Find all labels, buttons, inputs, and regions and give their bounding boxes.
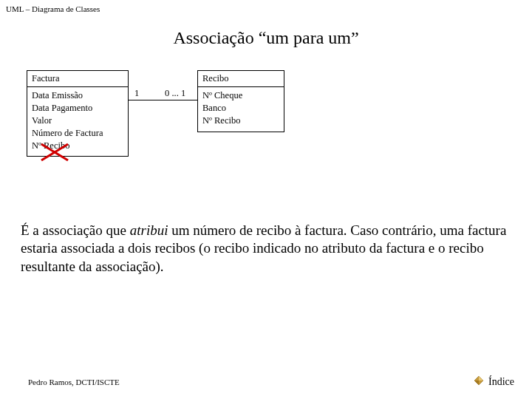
class-recibo-name: Recibo bbox=[198, 71, 284, 87]
explanation-paragraph: É a associação que atribui um número de … bbox=[21, 222, 511, 276]
class-factura-name: Factura bbox=[27, 71, 128, 87]
footer: Pedro Ramos, DCTI/ISCTE Índice bbox=[0, 375, 532, 389]
attr: Banco bbox=[202, 102, 279, 115]
class-factura: Factura Data Emissão Data Pagamento Valo… bbox=[27, 70, 129, 157]
attr: Nº Cheque bbox=[202, 89, 279, 102]
footer-author: Pedro Ramos, DCTI/ISCTE bbox=[28, 378, 120, 386]
attr: Nº Recibo bbox=[32, 140, 123, 152]
multiplicity-right: 0 ... 1 bbox=[165, 88, 185, 99]
footer-index-link[interactable]: Índice bbox=[474, 375, 514, 389]
page-header: UML – Diagrama de Classes bbox=[0, 0, 532, 15]
class-recibo-attrs: Nº Cheque Banco Nº Recibo bbox=[198, 87, 284, 132]
attr: Número de Factura bbox=[32, 127, 123, 140]
text-emph: atribui bbox=[130, 222, 168, 238]
slide-title: Associação “um para um” bbox=[0, 28, 532, 48]
attr: Data Emissão bbox=[32, 89, 123, 102]
footer-index-label: Índice bbox=[488, 376, 514, 388]
attr: Nº Recibo bbox=[202, 115, 279, 127]
text: É a associação que bbox=[21, 222, 130, 238]
svg-marker-4 bbox=[474, 381, 479, 385]
class-factura-attrs: Data Emissão Data Pagamento Valor Número… bbox=[27, 87, 128, 156]
diamond-bullet-icon bbox=[474, 375, 484, 389]
attr: Valor bbox=[32, 115, 123, 127]
uml-diagram: Factura Data Emissão Data Pagamento Valo… bbox=[27, 70, 532, 188]
association-line bbox=[129, 100, 197, 100]
class-recibo: Recibo Nº Cheque Banco Nº Recibo bbox=[197, 70, 284, 132]
attr: Data Pagamento bbox=[32, 102, 123, 115]
multiplicity-left: 1 bbox=[134, 88, 139, 99]
